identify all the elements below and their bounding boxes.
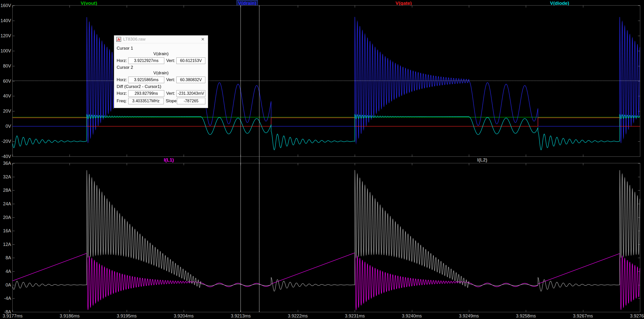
slope-value: -787265 (177, 98, 205, 104)
cursor-dialog-title: LT8306.raw (123, 37, 198, 42)
y-axis-label: 140V (0, 18, 11, 23)
cursor2-section-label: Cursor 2 (117, 65, 205, 70)
trace-label-vdrain[interactable]: V(drain) (237, 1, 257, 6)
cursor1-trace-name: V(drain) (117, 51, 205, 56)
cursor2-horz-value: 3.9215865ms (128, 77, 164, 83)
x-axis-label: 3.9240ms (402, 313, 422, 319)
trace-label-vout[interactable]: V(vout) (81, 1, 97, 6)
y-axis-label: 36A (0, 161, 11, 166)
cursor1-vert-value: 60.612153V (176, 57, 205, 64)
y-axis-label: 100V (0, 48, 11, 53)
current-plot-pane[interactable] (13, 163, 640, 312)
x-axis-label: 3.9249ms (459, 313, 479, 319)
y-axis-label: 40V (0, 93, 11, 99)
x-axis-label: 3.9222ms (288, 313, 308, 319)
diff-section-label: Diff (Cursor2 - Cursor1) (117, 84, 205, 89)
y-axis-label: -20V (0, 139, 11, 144)
y-axis-label: 0V (0, 124, 11, 129)
x-axis-label: 3.9258ms (516, 313, 536, 319)
trace-label-vdiode[interactable]: V(diode) (550, 1, 569, 6)
trace-label-il2[interactable]: I(L2) (477, 157, 487, 163)
cursor1-horz-value: 3.9212927ms (128, 57, 164, 64)
y-axis-label: -40V (0, 154, 11, 159)
freq-label: Freq: (117, 99, 128, 104)
y-axis-label: 20V (0, 109, 11, 114)
ltspice-icon (116, 37, 121, 42)
y-axis-label: 20A (0, 215, 11, 220)
cursor-dialog-body: Cursor 1 V(drain) Horz: 3.9212927ms Vert… (114, 43, 208, 108)
diff-vert-label: Vert: (166, 91, 177, 96)
y-axis-label: 12A (0, 242, 11, 247)
x-axis-label: 3.9213ms (231, 313, 251, 319)
cursor2-horz-label: Horz: (117, 77, 128, 82)
trace-label-vgate[interactable]: V(gate) (396, 1, 412, 6)
x-axis-label: 3.9204ms (174, 313, 194, 319)
slope-label: Slope: (166, 99, 177, 104)
cursor2-horizontal-line[interactable] (13, 81, 640, 81)
x-axis-label: 3.9195ms (117, 313, 137, 319)
cursor1-section-label: Cursor 1 (117, 46, 205, 51)
trace-label-il1[interactable]: I(L1) (164, 157, 174, 163)
x-axis-label: 3.9231ms (345, 313, 365, 319)
diff-vert-value: -231.32043mV (176, 90, 205, 97)
y-axis-label: 16A (0, 228, 11, 233)
y-axis-label: 80V (0, 63, 11, 69)
y-axis-label: 28A (0, 188, 11, 193)
x-axis-label: 3.9276ms (630, 313, 644, 319)
freq-value: 3.4033517MHz (128, 98, 164, 104)
cursor2-trace-name: V(drain) (117, 71, 205, 76)
y-axis-label: 32A (0, 174, 11, 179)
cursor-dialog[interactable]: LT8306.raw × Cursor 1 V(drain) Horz: 3.9… (114, 35, 208, 108)
y-axis-label: -4A (0, 296, 11, 301)
cursor1-vertical-line[interactable] (240, 6, 241, 312)
y-axis-label: 24A (0, 201, 11, 206)
cursor2-vert-label: Vert: (166, 77, 177, 82)
cursor1-vert-label: Vert: (166, 58, 177, 63)
y-axis-label: 120V (0, 33, 11, 38)
cursor2-vert-value: 60.380832V (176, 77, 205, 83)
x-axis-label: 3.9177ms (3, 313, 22, 319)
y-axis-label: 4A (0, 269, 11, 274)
voltage-plot-pane[interactable] (13, 6, 640, 156)
diff-horz-label: Horz: (117, 91, 128, 96)
close-icon[interactable]: × (200, 37, 206, 42)
cursor2-vertical-line[interactable] (259, 6, 260, 312)
y-axis-label: 0A (0, 282, 11, 288)
x-axis-label: 3.9267ms (573, 313, 593, 319)
y-axis-label: 160V (0, 3, 11, 8)
diff-horz-value: 293.82799ns (128, 90, 164, 97)
y-axis-label: 60V (0, 79, 11, 84)
cursor1-horz-label: Horz: (117, 58, 128, 63)
y-axis-label: 8A (0, 255, 11, 260)
x-axis-label: 3.9186ms (60, 313, 80, 319)
cursor-dialog-titlebar[interactable]: LT8306.raw × (114, 36, 208, 43)
